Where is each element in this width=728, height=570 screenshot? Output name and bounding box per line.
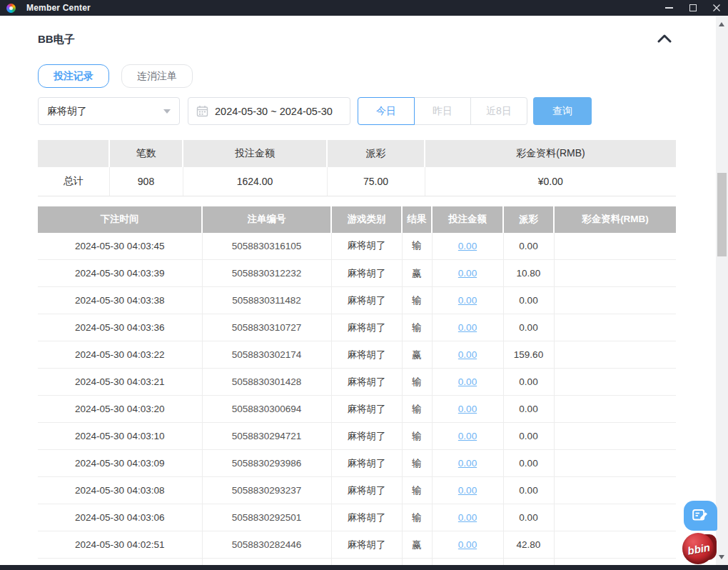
bet-time-cell: 2024-05-30 04:03:22 [38, 341, 202, 369]
bonus-cell [554, 423, 676, 450]
note-pencil-icon [692, 509, 709, 524]
scroll-up-arrow-icon[interactable] [719, 22, 724, 26]
bet-amount-link[interactable]: 0.00 [458, 295, 477, 306]
scrollbar-thumb[interactable] [717, 173, 727, 256]
record-tabs: 投注记录连消注单 [38, 64, 677, 88]
result-cell: 输 [402, 233, 432, 260]
empty-cell [331, 559, 402, 566]
collapse-section-button[interactable] [657, 34, 672, 45]
bet-time-cell: 2024-05-30 04:03:06 [38, 504, 202, 531]
bet-id-cell: 5058830282446 [202, 531, 331, 559]
payout-cell: 10.80 [503, 260, 554, 287]
bet-id-cell: 5058830302174 [202, 341, 331, 369]
titlebar: Member Center [0, 0, 728, 16]
bet-table-header-cell: 派彩 [503, 206, 554, 233]
payout-cell: 0.00 [503, 504, 554, 531]
game-type-cell: 麻将胡了 [331, 396, 402, 423]
payout-cell: 0.00 [503, 477, 554, 504]
bet-amount-cell: 0.00 [432, 531, 503, 559]
result-cell: 输 [402, 314, 432, 341]
bet-amount-link[interactable]: 0.00 [458, 241, 477, 251]
app-logo-icon [6, 4, 16, 13]
bonus-cell [554, 287, 676, 314]
table-row: 2024-05-30 04:03:365058830310727麻将胡了输0.0… [38, 314, 676, 341]
bet-amount-cell: 0.00 [432, 260, 503, 287]
bonus-cell [554, 396, 676, 423]
bet-amount-link[interactable]: 0.00 [458, 376, 477, 387]
table-row-partial [38, 559, 676, 566]
bet-id-cell: 5058830301428 [202, 369, 331, 396]
bet-table: 下注时间注单编号游戏类别结果投注金额派彩彩金资料(RMB) 2024-05-30… [38, 206, 676, 566]
bet-id-cell: 5058830294721 [202, 423, 331, 450]
empty-cell [503, 559, 554, 566]
result-cell: 赢 [402, 260, 432, 287]
bet-amount-cell: 0.00 [432, 233, 503, 260]
summary-total-row: 总计9081624.0075.00¥0.00 [38, 167, 676, 196]
bet-table-header-cell: 结果 [402, 206, 432, 233]
bet-amount-link[interactable]: 0.00 [458, 539, 477, 550]
bonus-cell [554, 314, 676, 341]
table-row: 2024-05-30 04:03:065058830292501麻将胡了输0.0… [38, 504, 676, 531]
table-row: 2024-05-30 04:02:515058830282446麻将胡了赢0.0… [38, 531, 676, 559]
date-range-input[interactable]: 2024-05-30 ~ 2024-05-30 [188, 97, 350, 125]
bet-amount-link[interactable]: 0.00 [458, 458, 477, 469]
tab-1[interactable]: 连消注单 [121, 64, 193, 88]
bet-time-cell: 2024-05-30 04:03:20 [38, 396, 202, 423]
bet-amount-cell: 0.00 [432, 396, 503, 423]
payout-cell: 0.00 [503, 396, 554, 423]
bet-amount-link[interactable]: 0.00 [458, 268, 477, 279]
game-type-cell: 麻将胡了 [331, 314, 402, 341]
minimize-button[interactable] [657, 0, 681, 16]
bet-table-header-cell: 投注金额 [432, 206, 503, 233]
summary-header-cell: 派彩 [327, 140, 425, 167]
bonus-cell [554, 531, 676, 559]
bet-time-cell: 2024-05-30 04:03:45 [38, 233, 202, 260]
game-type-cell: 麻将胡了 [331, 260, 402, 287]
empty-cell [38, 559, 202, 566]
payout-cell: 0.00 [503, 423, 554, 450]
filter-bar: 麻将胡了 2024-05-30 ~ 2024-05-30 今日昨日近8日 查询 [38, 97, 677, 125]
bet-amount-link[interactable]: 0.00 [458, 404, 477, 414]
bet-time-cell: 2024-05-30 04:03:39 [38, 260, 202, 287]
bet-amount-link[interactable]: 0.00 [458, 322, 477, 333]
bbin-logo-button[interactable]: bbin [682, 533, 717, 565]
scroll-down-arrow-icon[interactable] [719, 555, 724, 559]
scrollbar[interactable] [716, 16, 728, 565]
quick-range-button-0[interactable]: 今日 [358, 97, 415, 125]
bet-time-cell: 2024-05-30 04:03:09 [38, 450, 202, 477]
close-button[interactable] [704, 0, 728, 16]
bet-amount-link[interactable]: 0.00 [458, 431, 477, 441]
bet-table-header-row: 下注时间注单编号游戏类别结果投注金额派彩彩金资料(RMB) [38, 206, 676, 233]
main-content: BB电子 投注记录连消注单 麻将胡了 2024-05-30 ~ 2024-05-… [38, 16, 677, 566]
date-range-value: 2024-05-30 ~ 2024-05-30 [215, 106, 333, 117]
summary-table: 笔数投注金额派彩彩金资料(RMB) 总计9081624.0075.00¥0.00 [38, 140, 676, 196]
table-row: 2024-05-30 04:03:455058830316105麻将胡了输0.0… [38, 233, 676, 260]
payout-cell: 0.00 [503, 369, 554, 396]
summary-header-row: 笔数投注金额派彩彩金资料(RMB) [38, 140, 676, 167]
bet-amount-link[interactable]: 0.00 [458, 485, 477, 496]
bet-amount-cell: 0.00 [432, 314, 503, 341]
bet-time-cell: 2024-05-30 04:02:51 [38, 531, 202, 559]
summary-header-cell: 投注金额 [183, 140, 327, 167]
result-cell: 输 [402, 450, 432, 477]
tab-0[interactable]: 投注记录 [38, 64, 109, 88]
summary-header-cell [38, 140, 109, 167]
table-row: 2024-05-30 04:03:385058830311482麻将胡了输0.0… [38, 287, 676, 314]
game-type-cell: 麻将胡了 [331, 369, 402, 396]
game-type-cell: 麻将胡了 [331, 287, 402, 314]
game-type-cell: 麻将胡了 [331, 531, 402, 559]
result-cell: 赢 [402, 341, 432, 369]
bonus-cell [554, 450, 676, 477]
search-button[interactable]: 查询 [533, 97, 592, 125]
bet-id-cell: 5058830316105 [202, 233, 331, 260]
bet-amount-link[interactable]: 0.00 [458, 349, 477, 360]
feedback-button[interactable] [684, 501, 717, 531]
quick-range-button-1[interactable]: 昨日 [414, 97, 471, 125]
bet-amount-link[interactable]: 0.00 [458, 512, 477, 523]
game-type-cell: 麻将胡了 [331, 504, 402, 531]
close-icon [712, 4, 721, 12]
game-select[interactable]: 麻将胡了 [38, 97, 180, 125]
quick-range-button-2[interactable]: 近8日 [470, 97, 527, 125]
maximize-button[interactable] [681, 0, 704, 16]
table-row: 2024-05-30 04:03:095058830293986麻将胡了输0.0… [38, 450, 676, 477]
